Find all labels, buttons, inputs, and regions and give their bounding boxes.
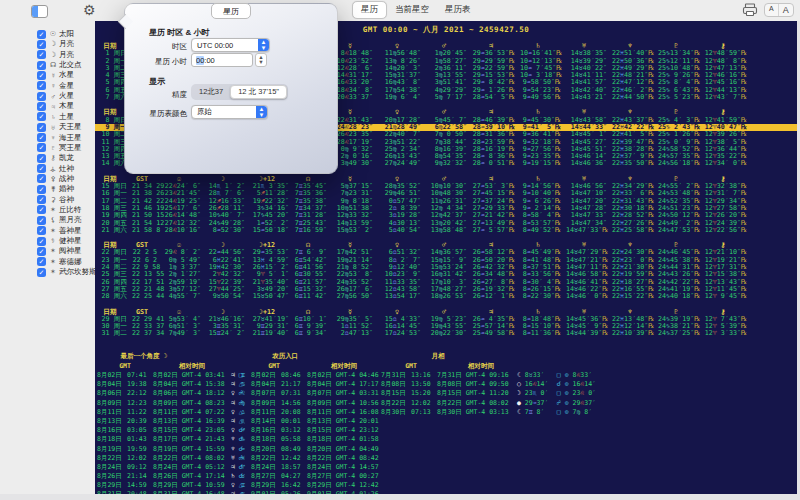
planet-glyph-icon: ⚸ <box>49 216 57 224</box>
planet-glyph: ♃ <box>231 417 239 426</box>
precision-segment[interactable]: 12北37 <box>192 86 230 98</box>
gmt-header: GMT <box>381 362 441 371</box>
checkbox[interactable]: ✓ <box>37 133 46 142</box>
checkbox[interactable]: ✓ <box>37 164 46 173</box>
planet-glyph: ♆ <box>231 445 239 454</box>
ingress-row: ♓8月22日12:428月22日 GMT-4 08:42 <box>241 454 381 463</box>
table-color-value: 原始 <box>197 107 212 117</box>
cell: 22♓25′58″℞ <box>612 227 658 234</box>
planet-label: 灶神 <box>59 164 74 174</box>
checkbox[interactable]: ✓ <box>37 143 46 152</box>
text-smaller-button[interactable]: A <box>765 4 779 16</box>
cell: 19♍ 6′ 4″ <box>378 94 426 101</box>
cell: 5♍ 7′17″ <box>426 94 472 101</box>
checkbox[interactable]: ✓ <box>37 185 46 194</box>
tab-星历表[interactable]: 星历表 <box>437 2 479 18</box>
cell: 21 58 8 <box>132 227 162 234</box>
sign-glyph: ♓ <box>241 454 251 463</box>
moon-phase-glyph: ☾ <box>517 408 525 417</box>
moon-phase-glyph: ☾ <box>517 371 525 380</box>
cell: 18♍26′53″ <box>426 293 472 300</box>
sign-glyph: ♋ <box>241 380 251 389</box>
cell: 8♒49′52″℞ <box>520 227 566 234</box>
checkbox[interactable]: ✓ <box>37 195 46 204</box>
ephemeris-hour-label: 星历 小时 <box>129 57 187 67</box>
ephemeris-hour-field[interactable]: 00:00 <box>191 53 253 67</box>
group-timezone-hour: 星历 时区 & 小时 <box>149 27 209 38</box>
aspect-glyph: ☍ <box>557 399 565 408</box>
checkbox[interactable]: ✓ <box>37 123 46 132</box>
moon-phase-glyph: ☽ <box>517 389 525 398</box>
checkbox[interactable]: ✓ <box>37 50 46 59</box>
checkbox[interactable]: ✓ <box>37 257 46 266</box>
checkbox[interactable]: ✓ <box>37 30 46 39</box>
checkbox[interactable]: ✓ <box>37 216 46 225</box>
text-larger-button[interactable]: A <box>779 4 793 16</box>
checkbox[interactable]: ✓ <box>37 237 46 246</box>
sidebar-item: ✓✶善神星 <box>37 226 82 236</box>
sign-glyph: ♏ <box>241 417 251 426</box>
sun-glyph: ⊙ <box>565 399 573 408</box>
precision-segment[interactable]: 12 北 37'15" <box>230 85 287 99</box>
cell: 25♒49′58″℞ <box>472 330 520 337</box>
ingress-row: ♈8月24日18:578月24日 GMT-4 14:57 <box>241 463 381 472</box>
moon-phase-row: 8月30日07:138月30日 GMT-4 03:13☾ 7♊ 8′□ ⊙ 7♍… <box>381 408 641 417</box>
table-row[interactable]: 31 周二22 37 347♍49′ 3″15♊24′ 2″21♊19′40″6… <box>95 330 797 337</box>
print-icon[interactable] <box>742 3 758 17</box>
checkbox[interactable]: ✓ <box>37 81 46 90</box>
week-block: 日期GST☉☽☽+12☊☿♀♂♃♄♅♆♇⚷15 周日21 34 2922♌24′… <box>95 176 797 234</box>
cell: 28♒ 0′51″℞ <box>472 160 520 167</box>
popover-tab-ephemeris[interactable]: 星历 <box>211 3 251 19</box>
checkbox[interactable]: ✓ <box>37 61 46 70</box>
tab-星历[interactable]: 星历 <box>352 1 387 19</box>
sidebar-toggle-icon[interactable] <box>31 5 48 18</box>
sign-glyph: ♊ <box>241 481 251 490</box>
tab-当前星空[interactable]: 当前星空 <box>387 2 437 18</box>
table-color-dropdown[interactable]: 原始 ▲▼ <box>191 105 268 119</box>
sign-glyph: ♒ <box>241 445 251 454</box>
hour-stepper[interactable]: ▲▼ <box>255 53 267 67</box>
planet-label: 木星 <box>59 101 74 111</box>
last-aspect-row: 8月02日07:418月02日 GMT-4 03:41♃ □ <box>97 371 239 380</box>
planet-glyph: ♄ <box>231 472 239 481</box>
moon-phase-row: 8月22日12:028月22日 GMT-4 08:02● 29♒37′☍ ⊙ 2… <box>381 399 641 408</box>
checkbox[interactable]: ✓ <box>37 247 46 256</box>
window-bottom-edge <box>0 494 800 500</box>
planet-label: 冥王星 <box>59 143 82 153</box>
sidebar-item: ✓♂火星 <box>37 91 74 101</box>
sidebar-item: ✓♆海王星 <box>37 133 82 143</box>
planet-label: 塞德娜 <box>59 257 82 267</box>
cell: 28 周六 <box>98 293 132 300</box>
cell: 9♉50′54″ <box>206 293 250 300</box>
planet-label: 月亮 <box>59 39 74 49</box>
section-title: 月相 <box>381 352 641 362</box>
cell: 7♊16′59″ <box>294 227 332 234</box>
checkbox[interactable]: ✓ <box>37 92 46 101</box>
sidebar-item: ✓✶塞德娜 <box>37 257 82 267</box>
moon-phase-glyph: ○ <box>517 380 525 389</box>
timezone-dropdown[interactable]: UTC 00:00 ▲▼ <box>191 38 270 52</box>
checkbox[interactable]: ✓ <box>37 40 46 49</box>
section-headers: GMT相对时间 <box>241 362 381 371</box>
checkbox[interactable]: ✓ <box>37 154 46 163</box>
gear-icon[interactable]: ⚙ <box>83 1 96 19</box>
sign-ingress-section: 农历入口GMT相对时间♊8月02日08:468月02日 GMT-4 04:46♋… <box>241 352 381 494</box>
checkbox[interactable]: ✓ <box>37 174 46 183</box>
checkbox[interactable]: ✓ <box>37 268 46 277</box>
sidebar-item: ✓⚳谷神 <box>37 195 74 205</box>
ingress-row: ♑8月18日05:588月18日 GMT-4 01:58 <box>241 435 381 444</box>
table-row[interactable]: 28 周六22 25 444♍55′ 7″9♉50′54″15♉50′47″6♊… <box>95 293 797 300</box>
sidebar-item: ✓⚷凯龙 <box>37 153 74 163</box>
planet-glyph-icon: ⚷ <box>49 154 57 162</box>
checkbox[interactable]: ✓ <box>37 112 46 121</box>
sign-glyph: ♐ <box>241 426 251 435</box>
checkbox[interactable]: ✓ <box>37 226 46 235</box>
precision-control: 12北3712 北 37'15" <box>191 86 288 98</box>
table-row[interactable]: 21 周六21 58 828♌10′16″8♒52′30″15♒50′18″7♊… <box>95 227 797 234</box>
planet-glyph: ♃ <box>231 463 239 472</box>
checkbox[interactable]: ✓ <box>37 102 46 111</box>
sidebar-item: ✓☿水星 <box>37 70 74 80</box>
planet-label: 海王星 <box>59 133 82 143</box>
checkbox[interactable]: ✓ <box>37 71 46 80</box>
checkbox[interactable]: ✓ <box>37 205 46 214</box>
